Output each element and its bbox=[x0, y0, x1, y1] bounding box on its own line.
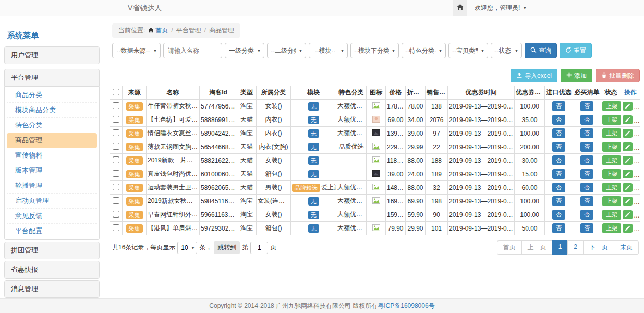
import-toggle-button[interactable]: 否 bbox=[552, 169, 565, 179]
import-toggle-button[interactable]: 否 bbox=[552, 210, 565, 220]
pager-button[interactable]: 2 bbox=[567, 240, 584, 255]
pager-button[interactable]: 末页 bbox=[614, 240, 639, 255]
edit-button[interactable] bbox=[623, 156, 633, 165]
must-buy-toggle-button[interactable]: 否 bbox=[580, 155, 593, 165]
filter-select[interactable]: --宝贝类型-- bbox=[448, 43, 488, 58]
edit-button[interactable] bbox=[623, 183, 633, 192]
filter-select[interactable]: --特色分类-- bbox=[402, 43, 446, 58]
page-number-input[interactable] bbox=[250, 242, 268, 254]
edit-button[interactable] bbox=[623, 224, 633, 233]
sidebar-item[interactable]: 省惠快报 bbox=[4, 261, 100, 279]
status-cell: 上架 bbox=[601, 195, 621, 208]
status-button[interactable]: 上架 bbox=[602, 210, 621, 220]
status-button[interactable]: 上架 bbox=[602, 101, 621, 111]
sidebar-subitem[interactable]: 模块商品分类 bbox=[7, 103, 97, 118]
row-checkbox[interactable] bbox=[113, 143, 119, 150]
data-source-select[interactable]: --数据来源-- bbox=[112, 43, 161, 58]
edit-button[interactable] bbox=[623, 210, 633, 219]
must-buy-toggle-button[interactable]: 否 bbox=[580, 196, 593, 206]
filter-select[interactable]: --模块-- bbox=[309, 43, 348, 58]
sidebar-subitem[interactable]: 意见反馈 bbox=[7, 209, 97, 224]
filter-select[interactable]: --二级分类-- bbox=[267, 43, 306, 58]
row-checkbox[interactable] bbox=[113, 197, 119, 204]
sidebar-item[interactable]: 消息管理 bbox=[4, 280, 100, 298]
import-excel-button[interactable]: 导入excel bbox=[511, 69, 557, 82]
edit-button[interactable] bbox=[623, 129, 633, 138]
status-button[interactable]: 上架 bbox=[602, 128, 621, 138]
user-menu[interactable]: 欢迎您，管理员! ▼ bbox=[475, 4, 527, 13]
row-checkbox[interactable] bbox=[113, 170, 119, 177]
row-checkbox[interactable] bbox=[113, 156, 119, 163]
row-checkbox[interactable] bbox=[113, 211, 119, 218]
page-size-select[interactable]: 10 bbox=[177, 242, 197, 254]
row-checkbox[interactable] bbox=[113, 102, 119, 109]
edit-button[interactable] bbox=[623, 170, 633, 178]
import-toggle-button[interactable]: 否 bbox=[552, 115, 565, 125]
filter-select[interactable]: 一级分类 bbox=[225, 43, 264, 58]
edit-button[interactable] bbox=[623, 115, 633, 124]
status-button[interactable]: 上架 bbox=[602, 223, 621, 233]
sidebar-subitem[interactable]: 轮播管理 bbox=[7, 178, 97, 194]
row-checkbox[interactable] bbox=[113, 116, 119, 123]
pager-button[interactable]: 1 bbox=[552, 240, 568, 255]
import-toggle-button[interactable]: 否 bbox=[552, 142, 565, 152]
must-buy-toggle-button[interactable]: 否 bbox=[580, 210, 593, 220]
must-buy-toggle-button[interactable]: 否 bbox=[580, 223, 593, 233]
edit-button[interactable] bbox=[623, 197, 633, 206]
filter-select-wrap: --宝贝类型-- bbox=[448, 43, 488, 58]
sidebar-item-platform-management[interactable]: 平台管理 bbox=[4, 69, 100, 87]
import-toggle-button[interactable]: 否 bbox=[552, 196, 565, 206]
sidebar-subitem[interactable]: 版本管理 bbox=[7, 163, 97, 178]
icp-link[interactable]: 粤ICP备16098006号 bbox=[378, 302, 434, 310]
import-toggle-button[interactable]: 否 bbox=[552, 183, 565, 192]
edit-button[interactable] bbox=[623, 102, 633, 111]
import-toggle-button[interactable]: 否 bbox=[552, 101, 565, 111]
sidebar-item-user-management[interactable]: 用户管理 bbox=[4, 46, 100, 64]
status-button[interactable]: 上架 bbox=[602, 142, 621, 152]
reset-button[interactable]: 重置 bbox=[560, 43, 592, 58]
pager-button[interactable]: 下一页 bbox=[583, 240, 614, 255]
row-checkbox[interactable] bbox=[113, 129, 119, 136]
import-toggle-button[interactable]: 否 bbox=[552, 223, 565, 233]
import-toggle-button[interactable]: 否 bbox=[552, 128, 565, 138]
sidebar-item[interactable]: 拼团管理 bbox=[4, 242, 100, 259]
status-button[interactable]: 上架 bbox=[602, 155, 621, 165]
filter-select-wrap: --模块-- bbox=[309, 43, 348, 58]
batch-delete-button[interactable]: 批量删除 bbox=[596, 69, 640, 82]
select-all-checkbox[interactable] bbox=[113, 89, 119, 95]
edit-button[interactable] bbox=[623, 142, 633, 151]
name-cell: 薄款无钢圈文胸聚拢性... bbox=[147, 140, 200, 154]
filter-select[interactable]: --模块下分类-- bbox=[350, 43, 399, 58]
must-buy-toggle-button[interactable]: 否 bbox=[580, 128, 593, 138]
status-button[interactable]: 上架 bbox=[602, 183, 621, 192]
discount-price-cell: 69.90 bbox=[406, 195, 426, 208]
import-toggle-button[interactable]: 否 bbox=[552, 155, 565, 165]
must-buy-toggle-button[interactable]: 否 bbox=[580, 142, 593, 152]
home-button[interactable] bbox=[453, 0, 467, 16]
sidebar-subitem[interactable]: 特色分类 bbox=[7, 118, 97, 133]
search-button[interactable]: 查询 bbox=[525, 43, 557, 58]
status-button[interactable]: 上架 bbox=[602, 196, 621, 206]
add-button[interactable]: 添加 bbox=[561, 69, 592, 82]
breadcrumb-home-link[interactable]: 首页 bbox=[155, 27, 168, 34]
discount-price-cell: 39.00 bbox=[406, 127, 426, 140]
sidebar-subitem[interactable]: 启动页管理 bbox=[7, 194, 97, 209]
row-checkbox[interactable] bbox=[113, 184, 119, 190]
must-buy-toggle-button[interactable]: 否 bbox=[580, 115, 593, 125]
jump-button[interactable]: 跳转到 bbox=[214, 241, 240, 254]
must-buy-cell: 否 bbox=[573, 167, 601, 181]
sidebar-subitem[interactable]: 宣传物料 bbox=[7, 148, 97, 163]
status-button[interactable]: 上架 bbox=[602, 169, 621, 179]
name-search-input[interactable] bbox=[163, 43, 222, 58]
filter-select[interactable]: --状态-- bbox=[491, 43, 522, 58]
sidebar-subitem[interactable]: 平台配置 bbox=[7, 224, 97, 238]
must-buy-toggle-button[interactable]: 否 bbox=[580, 101, 593, 111]
sidebar-subitem[interactable]: 商品管理 bbox=[7, 133, 97, 148]
source-cell: 采集 bbox=[123, 127, 147, 140]
status-button[interactable]: 上架 bbox=[602, 115, 621, 125]
row-checkbox[interactable] bbox=[113, 224, 119, 231]
sidebar-subitem[interactable]: 商品分类 bbox=[7, 88, 97, 103]
must-buy-toggle-button[interactable]: 否 bbox=[580, 183, 593, 192]
coupon-amount-cell: 200.00 bbox=[515, 140, 545, 154]
must-buy-toggle-button[interactable]: 否 bbox=[580, 169, 593, 179]
